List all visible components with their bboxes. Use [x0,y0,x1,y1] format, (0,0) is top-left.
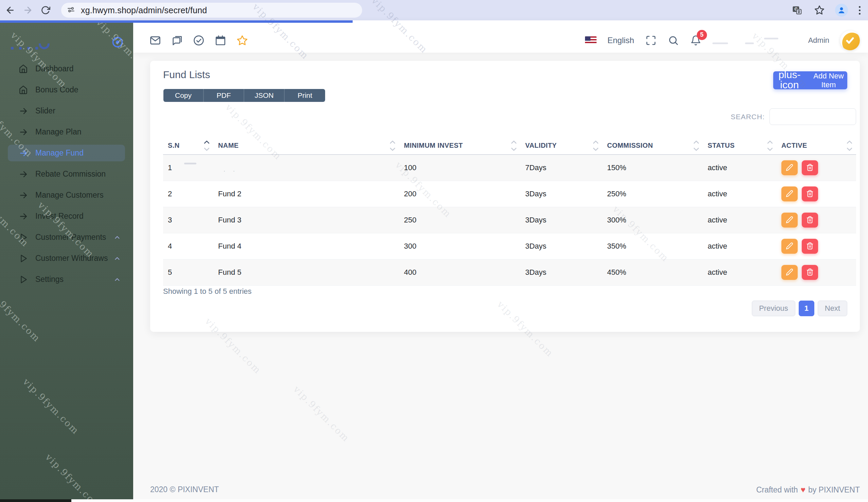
sidebar-item-bonus-code[interactable]: Bonus Code [8,82,125,98]
sort-icons[interactable] [511,140,516,151]
edit-button[interactable] [781,187,798,201]
next-page-button[interactable]: Next [818,301,847,316]
column-header-commission[interactable]: COMMISSION [602,136,703,155]
sort-icons[interactable] [847,140,852,151]
delete-button[interactable] [802,160,818,175]
browser-forward-icon[interactable] [21,3,35,17]
delete-button[interactable] [802,265,818,280]
cell-sn: 2 [163,189,213,198]
cell-actions [777,213,856,228]
sort-icons[interactable] [694,140,699,151]
sidebar-item-label: Settings [35,275,63,284]
sidebar-item-label: Bonus Code [35,85,79,94]
mail-icon[interactable] [149,35,161,46]
edit-pencil-icon [786,242,793,251]
blank-name-dots: . . [224,166,238,173]
browser-reload-icon[interactable] [39,3,52,17]
sort-icons[interactable] [390,140,395,151]
cell-sn: 4 [163,242,213,251]
sidebar-item-manage-plan[interactable]: Manage Plan [8,124,125,140]
sidebar-item-settings[interactable]: Settings [8,271,125,288]
cell-validity: 7Days [520,163,602,172]
column-header-name[interactable]: NAME [213,136,399,155]
json-button[interactable]: JSON [244,89,285,102]
address-bar[interactable]: xg.hwym.shop/admin/secret/fund [61,3,362,18]
delete-button[interactable] [802,187,818,201]
cell-validity: 3Days [520,189,602,198]
language-selector[interactable]: English [608,36,634,45]
sort-icons[interactable] [767,140,773,151]
copy-button[interactable]: Copy [163,89,204,102]
page-number-button[interactable]: 1 [799,301,814,316]
sort-icons[interactable] [593,140,598,151]
edit-button[interactable] [781,213,798,228]
add-new-item-button[interactable]: plus-icon Add New Item [773,71,847,89]
notification-count-badge: 5 [697,30,707,40]
fund-lists-card: Fund Lists Copy PDF JSON Print plus-icon… [150,61,860,332]
sidebar-item-rebate-commission[interactable]: Rebate Commission [8,166,125,182]
cell-status: active [703,163,777,172]
edit-button[interactable] [781,265,798,280]
fullscreen-icon[interactable] [645,35,657,46]
play-icon [19,254,28,263]
us-flag-icon[interactable] [585,36,597,44]
table-row: 5 Fund 5 400 3Days 450% active [163,260,856,286]
chat-icon[interactable] [171,35,183,46]
column-header-status[interactable]: STATUS [703,136,777,155]
url-text[interactable]: xg.hwym.shop/admin/secret/fund [81,6,207,15]
cell-minimum-invest: 250 [399,216,520,224]
previous-page-button[interactable]: Previous [752,301,795,316]
sort-icons[interactable] [204,140,209,151]
print-button[interactable]: Print [285,89,325,102]
home-icon [19,64,28,73]
avatar[interactable] [840,31,860,50]
edit-button[interactable] [781,160,798,175]
sidebar-item-slider[interactable]: Slider [8,103,125,119]
edit-button[interactable] [781,239,798,254]
edit-pencil-icon [786,164,793,172]
sidebar-item-label: Customer Withdraws [35,254,108,263]
sidebar-item-invest-record[interactable]: Invest Record [8,208,125,224]
user-role-label[interactable]: Admin [808,36,829,45]
delete-button[interactable] [802,239,818,254]
cell-commission: 300% [602,216,703,224]
cell-actions [777,160,856,175]
sidebar-item-customer-payments[interactable]: Customer Payments [8,229,125,245]
top-navbar: English 5 Admin [133,20,868,53]
sidebar-collapse-toggle-disc-icon[interactable] [112,36,124,48]
add-new-item-label: Add New Item [810,72,847,89]
chevron-up-icon [113,255,121,262]
delete-trash-icon [806,190,814,198]
site-info-icon[interactable] [66,5,75,15]
star-icon[interactable] [236,35,248,46]
sidebar: vip.9fym.com vip.9fym.com vip.9fym.com v… [0,20,133,499]
main-content: English 5 Admin [133,20,868,502]
watermark-text: vip.9fym.com [21,376,81,437]
cell-status: active [703,216,777,224]
pdf-button[interactable]: PDF [204,89,244,102]
sidebar-item-manage-customers[interactable]: Manage Customers [8,187,125,203]
cell-status: active [703,268,777,277]
cell-status: active [703,242,777,251]
column-header-active[interactable]: ACTIVE [777,136,856,155]
cell-sn: 5 [163,268,213,277]
check-circle-icon[interactable] [193,35,205,46]
calendar-icon[interactable] [215,35,226,46]
browser-profile-avatar[interactable] [835,4,848,17]
sidebar-item-manage-fund[interactable]: Manage Fund [8,145,125,161]
column-header-sn[interactable]: S.N [163,136,213,155]
column-header-minimum-invest[interactable]: MINIMUM INVEST [399,136,520,155]
delete-button[interactable] [802,213,818,228]
sidebar-item-customer-withdraws[interactable]: Customer Withdraws [8,250,125,266]
column-header-validity[interactable]: VALIDITY [520,136,602,155]
bookmark-star-icon[interactable] [813,3,826,17]
sidebar-item-dashboard[interactable]: Dashboard [8,61,125,77]
fund-table: S.N NAME MINIMUM INVEST VALIDITY COMMISS… [163,136,856,286]
table-body: 1 100 7Days 150% active . . [163,155,856,286]
notifications-bell-icon[interactable]: 5 [690,35,702,46]
browser-back-icon[interactable] [3,3,17,17]
translate-icon[interactable]: G [790,3,804,17]
browser-menu-icon[interactable] [857,6,862,14]
search-input[interactable] [769,108,856,125]
search-icon[interactable] [668,35,679,46]
